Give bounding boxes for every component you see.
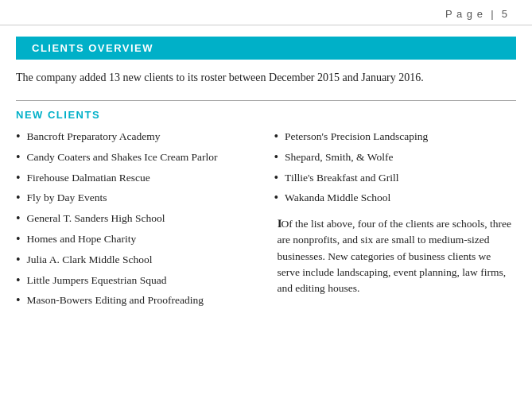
left-client-list: Bancroft Preparatory Academy Candy Coate… — [16, 129, 258, 309]
list-item: Homes and Hope Charity — [16, 231, 258, 248]
right-paragraph: 𝐈Of the list above, four of the clients … — [274, 216, 517, 296]
list-item: Peterson's Precision Landscaping — [274, 129, 517, 145]
clients-body: Bancroft Preparatory Academy Candy Coate… — [0, 129, 532, 313]
divider — [16, 100, 516, 101]
right-client-list: Peterson's Precision Landscaping Shepard… — [274, 129, 517, 207]
intro-text: The company added 13 new clients to its … — [0, 60, 532, 94]
page-wrapper: P a g e | 5 CLIENTS OVERVIEW The company… — [0, 0, 532, 313]
page-number: 5 — [502, 8, 508, 20]
list-item: Bancroft Preparatory Academy — [16, 129, 258, 145]
list-item: Julia A. Clark Middle School — [16, 252, 258, 269]
list-item: General T. Sanders High School — [16, 211, 258, 227]
list-item: Tillie's Breakfast and Grill — [274, 170, 517, 187]
list-item: Firehouse Dalmatian Rescue — [16, 170, 258, 187]
clients-overview-banner: CLIENTS OVERVIEW — [16, 37, 516, 60]
list-item: Mason-Bowers Editing and Proofreading — [16, 292, 258, 309]
list-item: Candy Coaters and Shakes Ice Cream Parlo… — [16, 149, 258, 166]
list-item: Fly by Day Events — [16, 190, 258, 207]
new-clients-label: NEW CLIENTS — [0, 109, 532, 129]
left-column: Bancroft Preparatory Academy Candy Coate… — [16, 129, 258, 313]
page-label: P a g e — [445, 8, 483, 20]
list-item: Wakanda Middle School — [274, 190, 517, 207]
list-item: Little Jumpers Equestrian Squad — [16, 273, 258, 289]
page-header: P a g e | 5 — [0, 0, 532, 25]
list-item: Shepard, Smith, & Wolfe — [274, 149, 517, 166]
right-column: Peterson's Precision Landscaping Shepard… — [274, 129, 517, 313]
